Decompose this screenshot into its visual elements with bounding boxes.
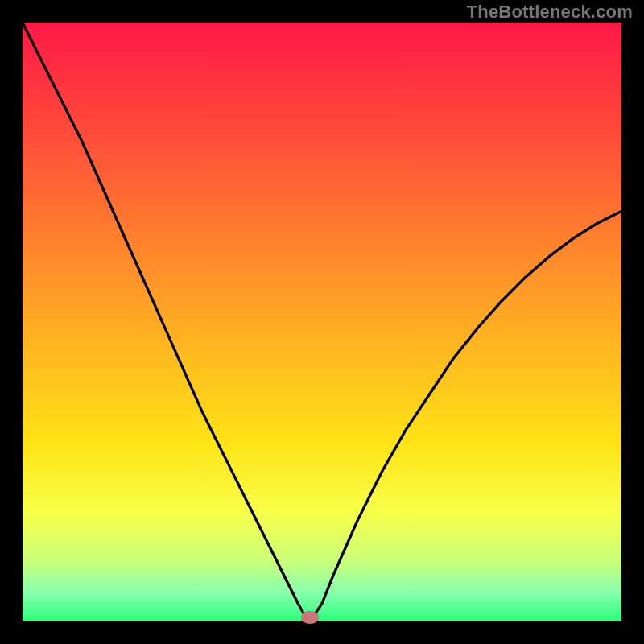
chart-svg bbox=[23, 23, 621, 621]
watermark-label: TheBottleneck.com bbox=[467, 2, 633, 23]
chart-frame: TheBottleneck.com bbox=[0, 0, 644, 644]
minimum-marker bbox=[301, 611, 319, 624]
plot-area bbox=[23, 23, 621, 621]
curve-path bbox=[23, 23, 621, 621]
